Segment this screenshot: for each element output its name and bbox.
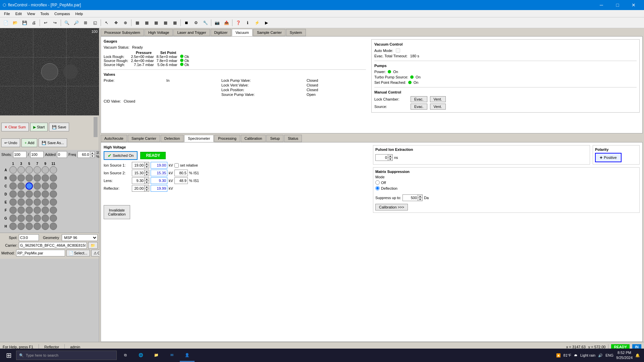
well-E3[interactable] <box>17 198 25 206</box>
well-G5[interactable] <box>25 215 33 222</box>
deflection-radio-item[interactable]: Deflection <box>375 186 637 190</box>
is1-up[interactable]: ▲ <box>144 162 149 165</box>
capture-button[interactable]: 📷 <box>213 18 221 27</box>
minimize-button[interactable]: ─ <box>594 0 609 10</box>
well-H9[interactable] <box>42 223 49 230</box>
off-radio-item[interactable]: Off <box>375 180 637 185</box>
ion-source1-input1[interactable] <box>132 162 144 168</box>
tab-laser-trigger[interactable]: Laser and Trigger <box>173 29 210 36</box>
well-G3[interactable] <box>17 215 25 222</box>
volume-icon[interactable]: 🔊 <box>598 353 603 358</box>
pie-up[interactable]: ▲ <box>388 155 392 158</box>
invalidate-button[interactable]: InvalidateCalibration <box>104 205 130 219</box>
is2-up[interactable]: ▲ <box>144 170 149 173</box>
tab-sample-carrier-bottom[interactable]: Sample Carrier <box>128 135 160 142</box>
config-button[interactable]: ⚡ <box>253 18 261 27</box>
undo-button[interactable]: ↩ Undo <box>1 138 20 147</box>
carrier-folder-button[interactable]: 📁 <box>88 242 98 249</box>
lens-pct[interactable] <box>174 177 188 184</box>
shots-input-2[interactable] <box>30 151 44 158</box>
pie-down[interactable]: ▼ <box>388 158 392 161</box>
taskbar-app-mail[interactable]: ✉ <box>164 349 179 362</box>
pie-input[interactable] <box>376 155 388 161</box>
switched-on-button[interactable]: ✔ Switched On <box>104 151 138 160</box>
freq-up[interactable]: ▲ <box>90 152 95 155</box>
well-B5[interactable] <box>25 174 33 182</box>
toolbar-btn-6[interactable]: ▦ <box>142 18 151 27</box>
added-input[interactable] <box>57 151 67 158</box>
well-A7[interactable] <box>34 166 41 174</box>
menu-compass[interactable]: Compass <box>52 10 72 17</box>
new-button[interactable]: 📄 <box>1 18 10 27</box>
well-A9[interactable] <box>42 166 49 174</box>
tab-status[interactable]: Status <box>284 135 302 142</box>
print-button[interactable]: 🖨 <box>30 18 38 27</box>
stop-button[interactable]: ⏹ <box>182 18 191 27</box>
well-H3[interactable] <box>17 223 25 230</box>
well-F3[interactable] <box>17 206 25 214</box>
ref-up[interactable]: ▲ <box>144 185 149 188</box>
ref-down[interactable]: ▼ <box>144 188 149 191</box>
source-evac-button[interactable]: Evac. <box>411 104 427 110</box>
save-toolbar-button[interactable]: 💾 <box>20 18 29 27</box>
well-B11[interactable] <box>50 174 57 182</box>
well-F5[interactable] <box>25 206 33 214</box>
auto-mode-checkbox[interactable] <box>396 48 400 53</box>
crosshair-button[interactable]: ⊕ <box>121 18 130 27</box>
export-button[interactable]: 📤 <box>222 18 231 27</box>
well-F11[interactable] <box>50 206 57 214</box>
well-E9[interactable] <box>42 198 49 206</box>
suppress-input[interactable] <box>403 195 418 201</box>
menu-help[interactable]: Help <box>73 10 86 17</box>
well-C3[interactable] <box>17 182 25 190</box>
tab-system[interactable]: System <box>286 29 306 36</box>
help-button[interactable]: ❓ <box>234 18 243 27</box>
method-input[interactable] <box>16 250 65 256</box>
well-F1[interactable] <box>9 206 17 214</box>
well-E5[interactable] <box>25 198 33 206</box>
toolbar-btn-9[interactable]: ▦ <box>170 18 179 27</box>
pan-button[interactable]: ✥ <box>112 18 120 27</box>
well-G1[interactable] <box>9 215 17 222</box>
well-D3[interactable] <box>17 190 25 198</box>
tab-processing[interactable]: Processing <box>214 135 240 142</box>
tab-detection[interactable]: Detection <box>161 135 183 142</box>
tools-button[interactable]: 🔧 <box>201 18 210 27</box>
source-vent-button[interactable]: Vent. <box>430 104 446 110</box>
well-G11[interactable] <box>50 215 57 222</box>
well-D11[interactable] <box>50 190 57 198</box>
add-button[interactable]: + Add <box>21 138 37 147</box>
well-H1[interactable] <box>9 223 17 230</box>
well-H5[interactable] <box>25 223 33 230</box>
well-B1[interactable] <box>9 174 17 182</box>
off-radio[interactable] <box>375 180 380 185</box>
menu-edit[interactable]: Edit <box>13 10 24 17</box>
well-D1[interactable] <box>9 190 17 198</box>
extra-button[interactable]: ▶ <box>262 18 271 27</box>
well-G9[interactable] <box>42 215 49 222</box>
menu-tools[interactable]: Tools <box>38 10 52 17</box>
toolbar-btn-7[interactable]: ▦ <box>152 18 160 27</box>
redo-button[interactable]: ↪ <box>51 18 59 27</box>
well-G7[interactable] <box>34 215 41 222</box>
well-C11[interactable] <box>50 182 57 190</box>
tab-sample-carrier[interactable]: Sample Carrier <box>253 29 285 36</box>
ion-source1-input2[interactable] <box>151 162 167 169</box>
notifications-icon[interactable]: 🔔 <box>635 353 640 358</box>
is1-down[interactable]: ▼ <box>144 165 149 168</box>
well-H11[interactable] <box>50 223 57 230</box>
set-relative-checkbox[interactable] <box>174 163 179 168</box>
well-C5[interactable] <box>25 182 33 190</box>
zoom-fit-button[interactable]: ◱ <box>91 18 99 27</box>
well-H7[interactable] <box>34 223 41 230</box>
start-button[interactable]: ▶ Start <box>30 123 48 131</box>
deflection-radio[interactable] <box>375 186 380 190</box>
tab-high-voltage[interactable]: High Voltage <box>145 29 173 36</box>
well-D7[interactable] <box>34 190 41 198</box>
save-as-button[interactable]: 💾 Save As... <box>39 138 67 147</box>
well-E7[interactable] <box>34 198 41 206</box>
undo-toolbar-button[interactable]: ↩ <box>41 18 50 27</box>
open-button[interactable]: 📂 <box>11 18 19 27</box>
tab-vacuum[interactable]: Vacuum <box>232 29 253 36</box>
lock-vent-button[interactable]: Vent. <box>430 96 446 102</box>
